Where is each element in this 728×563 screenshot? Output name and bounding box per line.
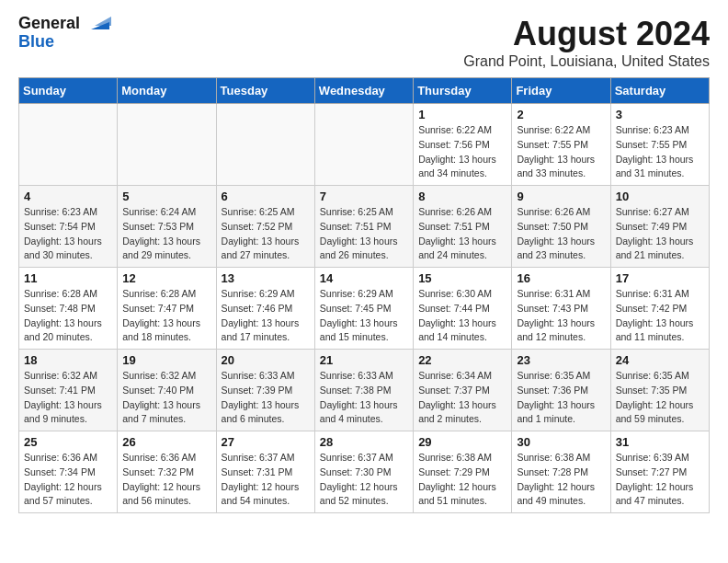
- day-number: 10: [616, 190, 704, 203]
- day-detail: Sunrise: 6:25 AM Sunset: 7:52 PM Dayligh…: [222, 205, 310, 263]
- page-header: General Blue August 2024 Grand Point, Lo…: [18, 15, 710, 70]
- calendar-cell: [314, 104, 413, 186]
- calendar-cell: 12Sunrise: 6:28 AM Sunset: 7:47 PM Dayli…: [118, 268, 216, 350]
- day-detail: Sunrise: 6:24 AM Sunset: 7:53 PM Dayligh…: [122, 205, 210, 263]
- calendar-cell: 4Sunrise: 6:23 AM Sunset: 7:54 PM Daylig…: [19, 186, 118, 268]
- day-detail: Sunrise: 6:33 AM Sunset: 7:38 PM Dayligh…: [320, 369, 408, 427]
- day-detail: Sunrise: 6:37 AM Sunset: 7:31 PM Dayligh…: [222, 451, 310, 509]
- day-detail: Sunrise: 6:32 AM Sunset: 7:41 PM Dayligh…: [24, 369, 112, 427]
- calendar-cell: 1Sunrise: 6:22 AM Sunset: 7:56 PM Daylig…: [414, 104, 512, 186]
- weekday-header-row: SundayMondayTuesdayWednesdayThursdayFrid…: [19, 78, 710, 104]
- calendar-cell: 14Sunrise: 6:29 AM Sunset: 7:45 PM Dayli…: [314, 268, 413, 350]
- day-number: 30: [517, 435, 605, 449]
- calendar-cell: 16Sunrise: 6:31 AM Sunset: 7:43 PM Dayli…: [512, 268, 610, 350]
- day-detail: Sunrise: 6:23 AM Sunset: 7:55 PM Dayligh…: [616, 123, 704, 181]
- title-block: August 2024 Grand Point, Louisiana, Unit…: [463, 15, 710, 70]
- day-number: 28: [320, 435, 408, 449]
- weekday-header-thursday: Thursday: [414, 78, 512, 104]
- day-number: 25: [24, 435, 112, 449]
- calendar-body: 1Sunrise: 6:22 AM Sunset: 7:56 PM Daylig…: [19, 104, 710, 513]
- calendar-cell: 7Sunrise: 6:25 AM Sunset: 7:51 PM Daylig…: [314, 186, 413, 268]
- calendar-cell: 9Sunrise: 6:26 AM Sunset: 7:50 PM Daylig…: [512, 186, 610, 268]
- day-number: 2: [517, 108, 605, 121]
- weekday-header-tuesday: Tuesday: [216, 78, 314, 104]
- day-number: 4: [24, 190, 112, 203]
- calendar-cell: 23Sunrise: 6:35 AM Sunset: 7:36 PM Dayli…: [512, 350, 610, 431]
- day-number: 31: [616, 435, 704, 449]
- calendar-cell: [216, 104, 314, 186]
- calendar-cell: 20Sunrise: 6:33 AM Sunset: 7:39 PM Dayli…: [216, 350, 314, 431]
- day-number: 17: [616, 271, 704, 285]
- calendar-cell: 25Sunrise: 6:36 AM Sunset: 7:34 PM Dayli…: [19, 431, 118, 513]
- calendar-cell: [19, 104, 118, 186]
- day-detail: Sunrise: 6:26 AM Sunset: 7:51 PM Dayligh…: [418, 205, 506, 263]
- calendar-cell: 27Sunrise: 6:37 AM Sunset: 7:31 PM Dayli…: [216, 431, 314, 513]
- day-detail: Sunrise: 6:28 AM Sunset: 7:47 PM Dayligh…: [122, 287, 210, 345]
- logo-icon: [82, 13, 111, 31]
- calendar-cell: 18Sunrise: 6:32 AM Sunset: 7:41 PM Dayli…: [19, 350, 118, 431]
- calendar-cell: 13Sunrise: 6:29 AM Sunset: 7:46 PM Dayli…: [216, 268, 314, 350]
- day-detail: Sunrise: 6:35 AM Sunset: 7:35 PM Dayligh…: [616, 369, 704, 427]
- week-row-3: 11Sunrise: 6:28 AM Sunset: 7:48 PM Dayli…: [19, 268, 710, 350]
- day-detail: Sunrise: 6:38 AM Sunset: 7:28 PM Dayligh…: [517, 451, 605, 509]
- day-number: 15: [418, 271, 506, 285]
- day-detail: Sunrise: 6:25 AM Sunset: 7:51 PM Dayligh…: [320, 205, 408, 263]
- day-number: 8: [418, 190, 506, 203]
- day-number: 23: [517, 353, 605, 367]
- week-row-4: 18Sunrise: 6:32 AM Sunset: 7:41 PM Dayli…: [19, 350, 710, 431]
- day-detail: Sunrise: 6:35 AM Sunset: 7:36 PM Dayligh…: [517, 369, 605, 427]
- calendar-cell: 5Sunrise: 6:24 AM Sunset: 7:53 PM Daylig…: [118, 186, 216, 268]
- calendar-cell: 2Sunrise: 6:22 AM Sunset: 7:55 PM Daylig…: [512, 104, 610, 186]
- day-number: 5: [122, 190, 210, 203]
- day-number: 26: [122, 435, 210, 449]
- main-title: August 2024: [463, 15, 710, 53]
- day-detail: Sunrise: 6:38 AM Sunset: 7:29 PM Dayligh…: [418, 451, 506, 509]
- day-number: 19: [122, 353, 210, 367]
- day-detail: Sunrise: 6:30 AM Sunset: 7:44 PM Dayligh…: [418, 287, 506, 345]
- week-row-5: 25Sunrise: 6:36 AM Sunset: 7:34 PM Dayli…: [19, 431, 710, 513]
- day-detail: Sunrise: 6:33 AM Sunset: 7:39 PM Dayligh…: [222, 369, 310, 427]
- calendar-cell: 29Sunrise: 6:38 AM Sunset: 7:29 PM Dayli…: [414, 431, 512, 513]
- day-number: 16: [517, 271, 605, 285]
- day-detail: Sunrise: 6:39 AM Sunset: 7:27 PM Dayligh…: [616, 451, 704, 509]
- day-number: 20: [222, 353, 310, 367]
- calendar-cell: 21Sunrise: 6:33 AM Sunset: 7:38 PM Dayli…: [314, 350, 413, 431]
- day-number: 12: [122, 271, 210, 285]
- week-row-1: 1Sunrise: 6:22 AM Sunset: 7:56 PM Daylig…: [19, 104, 710, 186]
- week-row-2: 4Sunrise: 6:23 AM Sunset: 7:54 PM Daylig…: [19, 186, 710, 268]
- day-detail: Sunrise: 6:34 AM Sunset: 7:37 PM Dayligh…: [418, 369, 506, 427]
- day-detail: Sunrise: 6:22 AM Sunset: 7:55 PM Dayligh…: [517, 123, 605, 181]
- calendar-cell: 17Sunrise: 6:31 AM Sunset: 7:42 PM Dayli…: [610, 268, 709, 350]
- svg-marker-1: [95, 17, 111, 26]
- day-detail: Sunrise: 6:36 AM Sunset: 7:32 PM Dayligh…: [122, 451, 210, 509]
- logo-text: General: [18, 15, 80, 33]
- calendar-cell: 11Sunrise: 6:28 AM Sunset: 7:48 PM Dayli…: [19, 268, 118, 350]
- weekday-header-friday: Friday: [512, 78, 610, 104]
- day-detail: Sunrise: 6:27 AM Sunset: 7:49 PM Dayligh…: [616, 205, 704, 263]
- logo: General Blue: [18, 15, 111, 52]
- calendar-cell: 30Sunrise: 6:38 AM Sunset: 7:28 PM Dayli…: [512, 431, 610, 513]
- calendar-cell: 3Sunrise: 6:23 AM Sunset: 7:55 PM Daylig…: [610, 104, 709, 186]
- logo-blue-text: Blue: [18, 33, 54, 52]
- day-number: 9: [517, 190, 605, 203]
- weekday-header-monday: Monday: [118, 78, 216, 104]
- day-detail: Sunrise: 6:28 AM Sunset: 7:48 PM Dayligh…: [24, 287, 112, 345]
- calendar-cell: 15Sunrise: 6:30 AM Sunset: 7:44 PM Dayli…: [414, 268, 512, 350]
- day-number: 27: [222, 435, 310, 449]
- day-number: 24: [616, 353, 704, 367]
- calendar-cell: [118, 104, 216, 186]
- calendar-cell: 28Sunrise: 6:37 AM Sunset: 7:30 PM Dayli…: [314, 431, 413, 513]
- day-detail: Sunrise: 6:29 AM Sunset: 7:45 PM Dayligh…: [320, 287, 408, 345]
- day-number: 21: [320, 353, 408, 367]
- calendar-cell: 10Sunrise: 6:27 AM Sunset: 7:49 PM Dayli…: [610, 186, 709, 268]
- calendar-table: SundayMondayTuesdayWednesdayThursdayFrid…: [18, 77, 710, 513]
- calendar-cell: 24Sunrise: 6:35 AM Sunset: 7:35 PM Dayli…: [610, 350, 709, 431]
- day-number: 1: [418, 108, 506, 121]
- day-detail: Sunrise: 6:26 AM Sunset: 7:50 PM Dayligh…: [517, 205, 605, 263]
- day-detail: Sunrise: 6:36 AM Sunset: 7:34 PM Dayligh…: [24, 451, 112, 509]
- day-detail: Sunrise: 6:32 AM Sunset: 7:40 PM Dayligh…: [122, 369, 210, 427]
- calendar-cell: 26Sunrise: 6:36 AM Sunset: 7:32 PM Dayli…: [118, 431, 216, 513]
- day-detail: Sunrise: 6:37 AM Sunset: 7:30 PM Dayligh…: [320, 451, 408, 509]
- day-number: 29: [418, 435, 506, 449]
- day-number: 18: [24, 353, 112, 367]
